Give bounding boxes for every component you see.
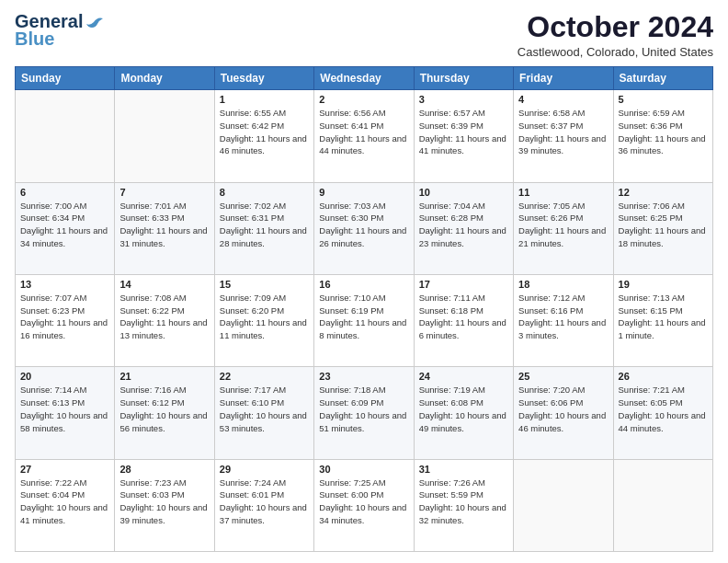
day-info: Sunrise: 7:04 AMSunset: 6:28 PMDaylight:…	[419, 200, 508, 250]
calendar-cell: 8Sunrise: 7:02 AMSunset: 6:31 PMDaylight…	[214, 182, 313, 274]
day-number: 20	[20, 371, 109, 382]
day-info: Sunrise: 7:24 AMSunset: 6:01 PMDaylight:…	[220, 477, 309, 527]
day-number: 17	[419, 279, 508, 290]
calendar-cell: 4Sunrise: 6:58 AMSunset: 6:37 PMDaylight…	[514, 90, 613, 182]
col-saturday: Saturday	[613, 67, 712, 90]
calendar-cell: 20Sunrise: 7:14 AMSunset: 6:13 PMDayligh…	[16, 367, 115, 459]
day-number: 25	[518, 371, 608, 382]
day-number: 4	[518, 94, 608, 105]
calendar-cell: 12Sunrise: 7:06 AMSunset: 6:25 PMDayligh…	[613, 182, 712, 274]
calendar-cell: 28Sunrise: 7:23 AMSunset: 6:03 PMDayligh…	[115, 459, 214, 551]
day-number: 26	[619, 371, 708, 382]
col-thursday: Thursday	[414, 67, 513, 90]
day-number: 31	[419, 464, 508, 475]
calendar-cell: 3Sunrise: 6:57 AMSunset: 6:39 PMDaylight…	[414, 90, 513, 182]
calendar-cell: 5Sunrise: 6:59 AMSunset: 6:36 PMDaylight…	[613, 90, 712, 182]
day-info: Sunrise: 6:56 AMSunset: 6:41 PMDaylight:…	[319, 107, 408, 157]
day-number: 19	[619, 279, 708, 290]
location: Castlewood, Colorado, United States	[518, 45, 713, 59]
day-info: Sunrise: 7:21 AMSunset: 6:05 PMDaylight:…	[619, 384, 708, 434]
calendar-week-row: 20Sunrise: 7:14 AMSunset: 6:13 PMDayligh…	[16, 367, 713, 459]
day-number: 24	[419, 371, 508, 382]
calendar-cell: 2Sunrise: 6:56 AMSunset: 6:41 PMDaylight…	[314, 90, 414, 182]
day-info: Sunrise: 7:07 AMSunset: 6:23 PMDaylight:…	[20, 292, 109, 342]
col-friday: Friday	[514, 67, 613, 90]
calendar-cell: 6Sunrise: 7:00 AMSunset: 6:34 PMDaylight…	[16, 182, 115, 274]
day-info: Sunrise: 7:02 AMSunset: 6:31 PMDaylight:…	[220, 200, 309, 250]
logo-blue: Blue	[15, 29, 54, 50]
day-info: Sunrise: 7:14 AMSunset: 6:13 PMDaylight:…	[20, 384, 109, 434]
calendar-table: Sunday Monday Tuesday Wednesday Thursday…	[15, 66, 713, 552]
day-info: Sunrise: 7:18 AMSunset: 6:09 PMDaylight:…	[319, 384, 408, 434]
day-info: Sunrise: 7:09 AMSunset: 6:20 PMDaylight:…	[220, 292, 309, 342]
calendar-cell	[115, 90, 214, 182]
day-number: 11	[518, 187, 608, 198]
day-info: Sunrise: 7:05 AMSunset: 6:26 PMDaylight:…	[518, 200, 608, 250]
calendar-cell: 21Sunrise: 7:16 AMSunset: 6:12 PMDayligh…	[115, 367, 214, 459]
calendar-cell: 17Sunrise: 7:11 AMSunset: 6:18 PMDayligh…	[414, 274, 513, 366]
col-sunday: Sunday	[16, 67, 115, 90]
day-info: Sunrise: 7:11 AMSunset: 6:18 PMDaylight:…	[419, 292, 508, 342]
day-number: 23	[319, 371, 408, 382]
calendar-cell: 30Sunrise: 7:25 AMSunset: 6:00 PMDayligh…	[314, 459, 414, 551]
day-number: 30	[319, 464, 408, 475]
day-number: 18	[518, 279, 608, 290]
calendar-cell: 7Sunrise: 7:01 AMSunset: 6:33 PMDaylight…	[115, 182, 214, 274]
day-number: 16	[319, 279, 408, 290]
calendar-cell: 22Sunrise: 7:17 AMSunset: 6:10 PMDayligh…	[214, 367, 313, 459]
day-info: Sunrise: 7:00 AMSunset: 6:34 PMDaylight:…	[20, 200, 109, 250]
day-info: Sunrise: 6:57 AMSunset: 6:39 PMDaylight:…	[419, 107, 508, 157]
logo: General Blue	[15, 11, 105, 50]
month-title: October 2024	[518, 11, 713, 43]
day-info: Sunrise: 6:55 AMSunset: 6:42 PMDaylight:…	[220, 107, 309, 157]
calendar-week-row: 27Sunrise: 7:22 AMSunset: 6:04 PMDayligh…	[16, 459, 713, 551]
day-number: 12	[619, 187, 708, 198]
day-info: Sunrise: 7:03 AMSunset: 6:30 PMDaylight:…	[319, 200, 408, 250]
calendar-cell: 13Sunrise: 7:07 AMSunset: 6:23 PMDayligh…	[16, 274, 115, 366]
day-number: 8	[220, 187, 309, 198]
day-number: 22	[220, 371, 309, 382]
calendar-cell: 24Sunrise: 7:19 AMSunset: 6:08 PMDayligh…	[414, 367, 513, 459]
calendar-cell: 9Sunrise: 7:03 AMSunset: 6:30 PMDaylight…	[314, 182, 414, 274]
day-number: 21	[119, 371, 209, 382]
day-info: Sunrise: 7:20 AMSunset: 6:06 PMDaylight:…	[518, 384, 608, 434]
day-number: 29	[220, 464, 309, 475]
day-info: Sunrise: 7:25 AMSunset: 6:00 PMDaylight:…	[319, 477, 408, 527]
day-info: Sunrise: 7:10 AMSunset: 6:19 PMDaylight:…	[319, 292, 408, 342]
calendar-cell: 26Sunrise: 7:21 AMSunset: 6:05 PMDayligh…	[613, 367, 712, 459]
calendar-header-row: Sunday Monday Tuesday Wednesday Thursday…	[16, 67, 713, 90]
day-info: Sunrise: 7:26 AMSunset: 5:59 PMDaylight:…	[419, 477, 508, 527]
title-block: October 2024 Castlewood, Colorado, Unite…	[518, 11, 713, 59]
page: General Blue October 2024 Castlewood, Co…	[0, 0, 728, 563]
calendar-cell: 16Sunrise: 7:10 AMSunset: 6:19 PMDayligh…	[314, 274, 414, 366]
col-monday: Monday	[115, 67, 214, 90]
day-number: 15	[220, 279, 309, 290]
col-wednesday: Wednesday	[314, 67, 414, 90]
calendar-cell: 11Sunrise: 7:05 AMSunset: 6:26 PMDayligh…	[514, 182, 613, 274]
day-number: 3	[419, 94, 508, 105]
day-info: Sunrise: 7:23 AMSunset: 6:03 PMDaylight:…	[119, 477, 209, 527]
day-number: 5	[619, 94, 708, 105]
calendar-cell: 14Sunrise: 7:08 AMSunset: 6:22 PMDayligh…	[115, 274, 214, 366]
calendar-cell: 23Sunrise: 7:18 AMSunset: 6:09 PMDayligh…	[314, 367, 414, 459]
day-number: 6	[20, 187, 109, 198]
day-info: Sunrise: 7:06 AMSunset: 6:25 PMDaylight:…	[619, 200, 708, 250]
calendar-cell: 29Sunrise: 7:24 AMSunset: 6:01 PMDayligh…	[214, 459, 313, 551]
day-info: Sunrise: 7:16 AMSunset: 6:12 PMDaylight:…	[119, 384, 209, 434]
day-info: Sunrise: 7:01 AMSunset: 6:33 PMDaylight:…	[119, 200, 209, 250]
day-number: 9	[319, 187, 408, 198]
calendar-cell	[514, 459, 613, 551]
calendar-cell: 1Sunrise: 6:55 AMSunset: 6:42 PMDaylight…	[214, 90, 313, 182]
day-info: Sunrise: 6:58 AMSunset: 6:37 PMDaylight:…	[518, 107, 608, 157]
day-number: 2	[319, 94, 408, 105]
calendar-cell: 19Sunrise: 7:13 AMSunset: 6:15 PMDayligh…	[613, 274, 712, 366]
day-info: Sunrise: 7:19 AMSunset: 6:08 PMDaylight:…	[419, 384, 508, 434]
day-info: Sunrise: 6:59 AMSunset: 6:36 PMDaylight:…	[619, 107, 708, 157]
calendar-cell: 31Sunrise: 7:26 AMSunset: 5:59 PMDayligh…	[414, 459, 513, 551]
day-number: 27	[20, 464, 109, 475]
calendar-cell: 10Sunrise: 7:04 AMSunset: 6:28 PMDayligh…	[414, 182, 513, 274]
calendar-week-row: 13Sunrise: 7:07 AMSunset: 6:23 PMDayligh…	[16, 274, 713, 366]
day-info: Sunrise: 7:12 AMSunset: 6:16 PMDaylight:…	[518, 292, 608, 342]
calendar-cell: 27Sunrise: 7:22 AMSunset: 6:04 PMDayligh…	[16, 459, 115, 551]
calendar-cell	[613, 459, 712, 551]
